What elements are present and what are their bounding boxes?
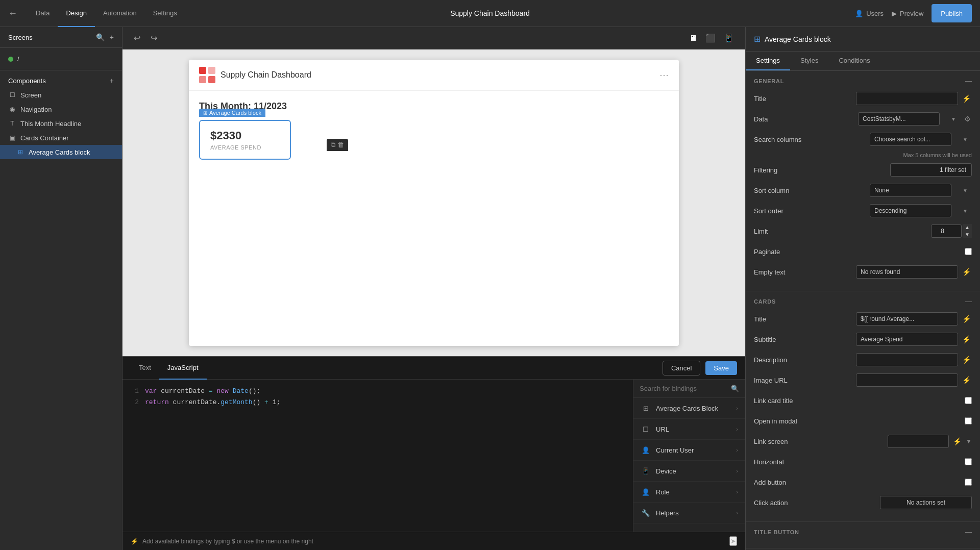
component-this-month-headline[interactable]: T This Month Headline bbox=[0, 116, 122, 131]
component-average-cards-block[interactable]: ⊞ Average Cards block bbox=[0, 145, 122, 159]
sort-column-label: Sort column bbox=[754, 187, 800, 194]
editor-tab-javascript[interactable]: JavaScript bbox=[159, 357, 207, 380]
sidebar-header: Screens 🔍 + bbox=[0, 27, 122, 48]
empty-text-lightning-btn[interactable]: ⚡ bbox=[961, 267, 972, 277]
nav-tab-settings[interactable]: Settings bbox=[145, 0, 185, 27]
search-icon[interactable]: 🔍 bbox=[96, 33, 105, 41]
search-columns-row: Search columns Choose search col... ▼ bbox=[754, 132, 972, 147]
link-screen-lightning-btn[interactable]: ⚡ bbox=[952, 436, 963, 446]
filtering-row: Filtering 1 filter set bbox=[754, 162, 972, 178]
binding-icon-user: 👤 bbox=[641, 445, 651, 455]
card-description-row: Description ⚡ bbox=[754, 352, 972, 367]
limit-up-btn[interactable]: ▲ bbox=[963, 224, 972, 231]
lightning-icon: ⚡ bbox=[131, 538, 138, 545]
binding-chevron-url: › bbox=[736, 426, 738, 432]
click-action-button[interactable]: No actions set bbox=[880, 496, 972, 509]
screen-item-root[interactable]: / bbox=[0, 52, 122, 66]
components-header: Components + bbox=[0, 70, 122, 88]
card-image-url-lightning-btn[interactable]: ⚡ bbox=[961, 375, 972, 385]
title-input[interactable] bbox=[856, 92, 958, 105]
canvas-wrapper: ⧉ 🗑 Supply Chain Dashboard ⋯ bbox=[122, 49, 745, 356]
general-section: GENERAL — Title ⚡ Data CostStats bbox=[746, 71, 980, 291]
binding-item-device[interactable]: 📱 Device › bbox=[633, 461, 745, 482]
card-description-lightning-btn[interactable]: ⚡ bbox=[961, 355, 972, 365]
binding-name-helpers: Helpers bbox=[656, 509, 679, 517]
card-image-url-row: Image URL ⚡ bbox=[754, 372, 972, 388]
link-screen-input[interactable] bbox=[888, 435, 949, 448]
cancel-button[interactable]: Cancel bbox=[663, 361, 700, 376]
title-lightning-btn[interactable]: ⚡ bbox=[961, 93, 972, 104]
send-button[interactable]: ➤ bbox=[729, 536, 737, 546]
horizontal-checkbox[interactable] bbox=[965, 458, 972, 465]
screen-component-icon: ☐ bbox=[8, 91, 16, 99]
undo-button[interactable]: ↩ bbox=[131, 31, 143, 45]
editor-tab-text[interactable]: Text bbox=[131, 357, 159, 380]
add-button-checkbox[interactable] bbox=[965, 479, 972, 486]
open-in-modal-checkbox[interactable] bbox=[965, 417, 972, 424]
desktop-view-button[interactable]: 🖥 bbox=[686, 31, 700, 45]
add-button-label: Add button bbox=[754, 479, 800, 486]
cards-collapse-btn[interactable]: — bbox=[965, 297, 972, 305]
preview-button[interactable]: ▶ Preview bbox=[892, 10, 923, 17]
max-columns-hint: Max 5 columns will be used bbox=[754, 152, 972, 158]
nav-tab-data[interactable]: Data bbox=[28, 0, 58, 27]
app-title: Supply Chain Dashboard bbox=[450, 9, 530, 17]
card-description-label: Description bbox=[754, 356, 800, 364]
search-columns-select[interactable]: Choose search col... bbox=[870, 133, 951, 146]
tablet-view-button[interactable]: ⬛ bbox=[702, 31, 719, 45]
link-card-title-checkbox[interactable] bbox=[965, 397, 972, 404]
nav-tab-design[interactable]: Design bbox=[58, 0, 94, 27]
title-button-collapse-btn[interactable]: — bbox=[965, 528, 972, 536]
binding-item-role[interactable]: 👤 Role › bbox=[633, 482, 745, 503]
canvas-dots-icon[interactable]: ⋯ bbox=[659, 69, 669, 81]
binding-item-current-user[interactable]: 👤 Current User › bbox=[633, 440, 745, 461]
right-tab-settings[interactable]: Settings bbox=[746, 52, 790, 70]
card-subtitle-lightning-btn[interactable]: ⚡ bbox=[961, 334, 972, 344]
nav-tab-automation[interactable]: Automation bbox=[95, 0, 145, 27]
bindings-search-input[interactable] bbox=[640, 385, 727, 392]
component-cards-container[interactable]: ▣ Cards Container bbox=[0, 131, 122, 145]
right-tab-conditions[interactable]: Conditions bbox=[828, 52, 880, 70]
limit-input[interactable] bbox=[931, 224, 962, 238]
component-navigation[interactable]: ◉ Navigation bbox=[0, 102, 122, 116]
data-select[interactable]: CostStatsbyM... bbox=[858, 112, 940, 126]
add-screen-icon[interactable]: + bbox=[110, 33, 114, 41]
empty-text-input[interactable] bbox=[856, 265, 958, 279]
card-subtitle-input[interactable] bbox=[856, 333, 958, 346]
right-tab-styles[interactable]: Styles bbox=[790, 52, 828, 70]
users-button[interactable]: 👤 Users bbox=[855, 10, 884, 17]
paginate-checkbox[interactable] bbox=[965, 248, 972, 255]
sort-column-select[interactable]: None bbox=[870, 184, 951, 197]
component-screen[interactable]: ☐ Screen bbox=[0, 88, 122, 102]
card-image-url-input[interactable] bbox=[856, 373, 958, 387]
empty-text-label: Empty text bbox=[754, 268, 800, 276]
binding-icon-role: 👤 bbox=[641, 487, 651, 497]
link-screen-chevron-down[interactable]: ▼ bbox=[966, 438, 972, 445]
redo-button[interactable]: ↪ bbox=[148, 31, 160, 45]
card-subtitle-row: Subtitle ⚡ bbox=[754, 332, 972, 347]
data-gear-btn[interactable]: ⚙ bbox=[963, 114, 972, 124]
binding-item-average-cards-block[interactable]: ⊞ Average Cards Block › bbox=[633, 398, 745, 419]
add-component-icon[interactable]: + bbox=[110, 77, 114, 85]
card-description-input[interactable] bbox=[856, 353, 958, 366]
sort-order-select[interactable]: Descending bbox=[870, 204, 951, 217]
publish-button[interactable]: Publish bbox=[932, 4, 972, 22]
back-button[interactable]: ← bbox=[8, 8, 17, 19]
binding-item-helpers[interactable]: 🔧 Helpers › bbox=[633, 503, 745, 523]
card-title-lightning-btn[interactable]: ⚡ bbox=[961, 314, 972, 324]
duplicate-icon[interactable]: ⧉ bbox=[331, 141, 335, 149]
screens-title: Screens bbox=[8, 34, 33, 41]
save-button[interactable]: Save bbox=[705, 361, 737, 375]
delete-icon[interactable]: 🗑 bbox=[337, 141, 344, 149]
binding-icon-helpers: 🔧 bbox=[641, 508, 651, 518]
code-editor[interactable]: 1 var currentDate = new Date(); 2 return… bbox=[122, 380, 633, 532]
cards-block-label: ⊞ Average Cards block bbox=[199, 109, 265, 117]
link-screen-label: Link screen bbox=[754, 438, 800, 445]
general-collapse-btn[interactable]: — bbox=[965, 77, 972, 85]
panel-icon: ⊞ bbox=[754, 34, 761, 44]
filtering-button[interactable]: 1 filter set bbox=[890, 163, 972, 177]
card-title-input[interactable] bbox=[856, 312, 958, 326]
limit-down-btn[interactable]: ▼ bbox=[963, 231, 972, 238]
binding-item-url[interactable]: ☐ URL › bbox=[633, 419, 745, 440]
mobile-view-button[interactable]: 📱 bbox=[721, 31, 737, 45]
